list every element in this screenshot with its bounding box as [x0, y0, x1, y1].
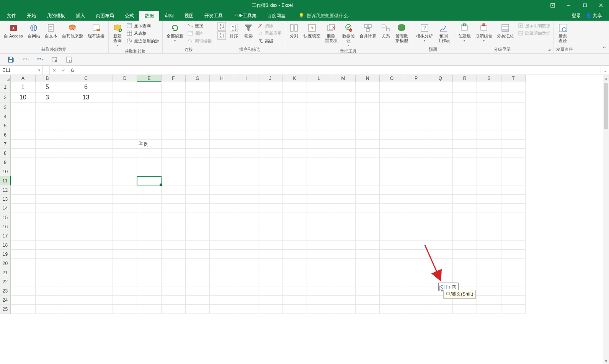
- cell-S24[interactable]: [477, 296, 501, 305]
- cell-A17[interactable]: [11, 231, 36, 240]
- cell-J12[interactable]: [258, 185, 282, 195]
- row-header-10[interactable]: 10: [0, 167, 11, 176]
- sort-button[interactable]: AZ排序: [227, 22, 240, 39]
- cell-G20[interactable]: [186, 259, 210, 268]
- cell-L13[interactable]: [307, 195, 331, 204]
- cell-E5[interactable]: [137, 121, 162, 130]
- cell-T7[interactable]: [501, 140, 526, 149]
- cell-J11[interactable]: [258, 176, 282, 185]
- cell-T21[interactable]: [501, 268, 526, 277]
- cell-G3[interactable]: [186, 103, 210, 112]
- vertical-split-handle[interactable]: ▲: [603, 75, 609, 82]
- cell-K18[interactable]: [282, 240, 307, 250]
- cell-L14[interactable]: [307, 204, 331, 213]
- cell-S18[interactable]: [477, 240, 501, 250]
- cell-A23[interactable]: [11, 286, 36, 296]
- cell-A2[interactable]: 10: [11, 93, 36, 103]
- cell-T16[interactable]: [501, 222, 526, 231]
- cell-J16[interactable]: [258, 222, 282, 231]
- column-header-S[interactable]: S: [477, 75, 501, 82]
- row-header-2[interactable]: 2: [0, 93, 11, 103]
- edit-links-button[interactable]: 编辑链接: [186, 37, 212, 44]
- cell-S7[interactable]: [477, 140, 501, 149]
- clear-filter-button[interactable]: 清除: [256, 22, 282, 29]
- column-header-P[interactable]: P: [404, 75, 428, 82]
- cell-P11[interactable]: [404, 176, 428, 185]
- cell-L3[interactable]: [307, 103, 331, 112]
- cell-B9[interactable]: [36, 158, 59, 167]
- cell-K24[interactable]: [282, 296, 307, 305]
- cell-R7[interactable]: [453, 140, 477, 149]
- cell-E17[interactable]: [137, 231, 162, 240]
- cell-Q12[interactable]: [428, 185, 453, 195]
- cell-M20[interactable]: [331, 259, 356, 268]
- cell-R18[interactable]: [453, 240, 477, 250]
- column-header-A[interactable]: A: [11, 75, 36, 82]
- cell-H16[interactable]: [210, 222, 234, 231]
- cell-G18[interactable]: [186, 240, 210, 250]
- cell-I3[interactable]: [234, 103, 258, 112]
- cell-S8[interactable]: [477, 149, 501, 158]
- cell-D6[interactable]: [113, 130, 137, 140]
- cell-J7[interactable]: [258, 140, 282, 149]
- cell-S11[interactable]: [477, 176, 501, 185]
- tab-baidudisk[interactable]: 百度网盘: [262, 11, 291, 21]
- cell-Q10[interactable]: [428, 167, 453, 176]
- cell-H1[interactable]: [210, 82, 234, 93]
- cell-F2[interactable]: [162, 93, 186, 103]
- column-header-F[interactable]: F: [162, 75, 186, 82]
- cell-O3[interactable]: [380, 103, 404, 112]
- cell-C17[interactable]: [59, 231, 113, 240]
- cell-N7[interactable]: [356, 140, 380, 149]
- cell-R2[interactable]: [453, 93, 477, 103]
- cell-T23[interactable]: [501, 286, 526, 296]
- properties-button[interactable]: 属性: [186, 30, 212, 37]
- cell-F9[interactable]: [162, 158, 186, 167]
- cell-R8[interactable]: [453, 149, 477, 158]
- cell-P4[interactable]: [404, 112, 428, 121]
- cell-O11[interactable]: [380, 176, 404, 185]
- cell-I19[interactable]: [234, 250, 258, 259]
- cell-R3[interactable]: [453, 103, 477, 112]
- cell-M9[interactable]: [331, 158, 356, 167]
- cell-C2[interactable]: 13: [59, 93, 113, 103]
- cell-F14[interactable]: [162, 204, 186, 213]
- cell-E14[interactable]: [137, 204, 162, 213]
- cell-E12[interactable]: [137, 185, 162, 195]
- scroll-down-button[interactable]: ▼: [603, 358, 609, 364]
- cell-Q4[interactable]: [428, 112, 453, 121]
- cell-E1[interactable]: [137, 82, 162, 93]
- cell-P16[interactable]: [404, 222, 428, 231]
- cell-B19[interactable]: [36, 250, 59, 259]
- cell-C22[interactable]: [59, 277, 113, 286]
- cell-S25[interactable]: [477, 305, 501, 314]
- cell-N9[interactable]: [356, 158, 380, 167]
- cell-P15[interactable]: [404, 213, 428, 222]
- cell-L9[interactable]: [307, 158, 331, 167]
- column-header-L[interactable]: L: [307, 75, 331, 82]
- cell-I9[interactable]: [234, 158, 258, 167]
- cell-C18[interactable]: [59, 240, 113, 250]
- cell-I23[interactable]: [234, 286, 258, 296]
- cell-H8[interactable]: [210, 149, 234, 158]
- cell-L10[interactable]: [307, 167, 331, 176]
- row-header-15[interactable]: 15: [0, 213, 11, 222]
- expand-formula-bar-button[interactable]: ⌄: [601, 66, 609, 75]
- cell-G7[interactable]: [186, 140, 210, 149]
- cell-R11[interactable]: [453, 176, 477, 185]
- cell-A10[interactable]: [11, 167, 36, 176]
- cell-M19[interactable]: [331, 250, 356, 259]
- text-to-columns-button[interactable]: 分列: [287, 22, 300, 39]
- cell-A8[interactable]: [11, 149, 36, 158]
- cell-F8[interactable]: [162, 149, 186, 158]
- cell-S15[interactable]: [477, 213, 501, 222]
- cell-O1[interactable]: [380, 82, 404, 93]
- cell-C15[interactable]: [59, 213, 113, 222]
- tab-data[interactable]: 数据: [139, 11, 159, 21]
- cell-B15[interactable]: [36, 213, 59, 222]
- cell-G6[interactable]: [186, 130, 210, 140]
- column-header-R[interactable]: R: [453, 75, 477, 82]
- cell-A16[interactable]: [11, 222, 36, 231]
- cell-D13[interactable]: [113, 195, 137, 204]
- cell-J14[interactable]: [258, 204, 282, 213]
